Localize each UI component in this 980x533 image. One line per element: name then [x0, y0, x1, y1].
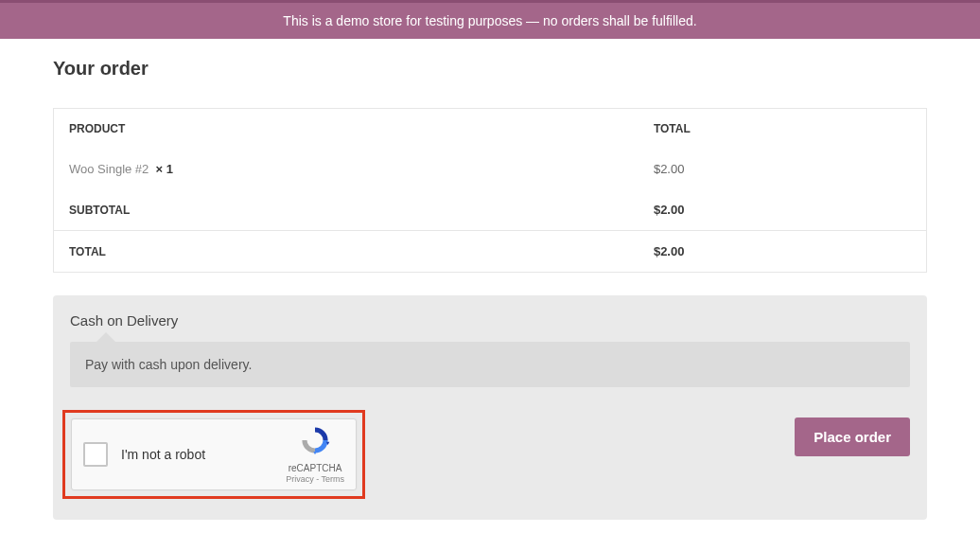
- payment-methods-box: Cash on Delivery Pay with cash upon deli…: [53, 295, 927, 520]
- recaptcha-widget: I'm not a robot reCAPTCHA Privacy - Term…: [71, 418, 357, 490]
- total-value: $2.00: [639, 231, 927, 273]
- demo-store-banner-text: This is a demo store for testing purpose…: [283, 13, 696, 28]
- payment-method-title: Cash on Delivery: [70, 312, 910, 329]
- subtotal-row: SUBTOTAL $2.00: [54, 189, 927, 231]
- product-quantity: × 1: [156, 162, 173, 176]
- payment-method-description: Pay with cash upon delivery.: [70, 342, 910, 387]
- total-label: TOTAL: [54, 231, 639, 273]
- svg-marker-1: [313, 452, 316, 454]
- order-header-total: TOTAL: [639, 109, 927, 150]
- place-order-button[interactable]: Place order: [795, 418, 910, 456]
- subtotal-value: $2.00: [639, 189, 927, 231]
- recaptcha-icon: [299, 424, 331, 456]
- order-review-table: PRODUCT TOTAL Woo Single #2 × 1 $2.00 SU…: [53, 108, 927, 273]
- product-total: $2.00: [639, 149, 927, 189]
- recaptcha-highlight-box: I'm not a robot reCAPTCHA Privacy - Term…: [62, 410, 365, 499]
- table-row: Woo Single #2 × 1 $2.00: [54, 149, 927, 189]
- recaptcha-terms-link[interactable]: Terms: [322, 474, 345, 484]
- recaptcha-brand: reCAPTCHA Privacy - Terms: [286, 424, 344, 485]
- recaptcha-privacy-link[interactable]: Privacy: [286, 474, 314, 484]
- recaptcha-label: I'm not a robot: [121, 447, 286, 462]
- subtotal-label: SUBTOTAL: [54, 189, 639, 231]
- demo-store-banner: This is a demo store for testing purpose…: [0, 0, 980, 39]
- recaptcha-brand-name: reCAPTCHA: [286, 462, 344, 474]
- page-title: Your order: [53, 58, 927, 80]
- total-row: TOTAL $2.00: [54, 231, 927, 273]
- order-header-product: PRODUCT: [54, 109, 639, 150]
- product-name: Woo Single #2: [69, 162, 149, 176]
- recaptcha-checkbox[interactable]: [83, 442, 108, 467]
